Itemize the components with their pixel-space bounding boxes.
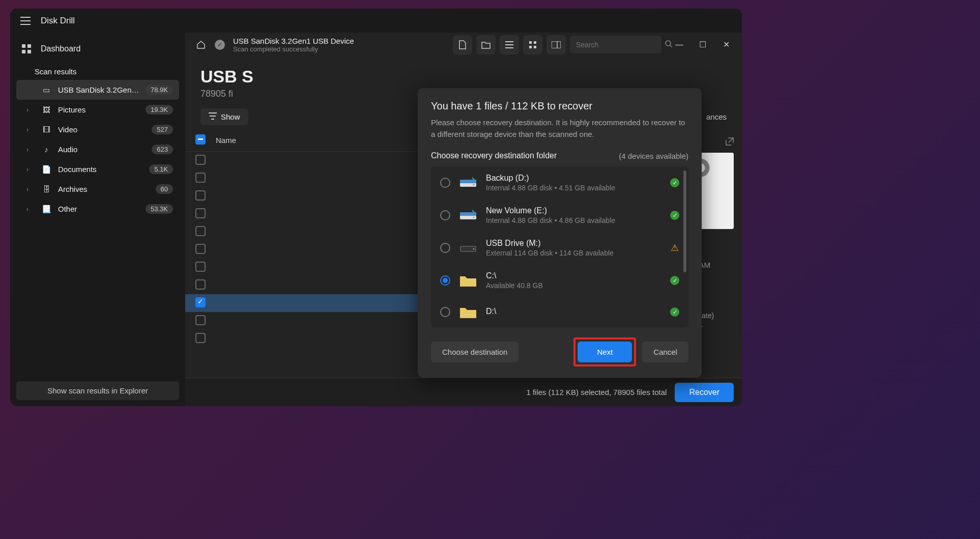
sidebar-item-other[interactable]: › 📃 Other 53.3K xyxy=(16,199,179,219)
audio-icon: ♪ xyxy=(41,145,52,154)
status-ok-icon: ✓ xyxy=(670,178,679,187)
document-icon: 📄 xyxy=(41,165,52,174)
sidebar-item-audio[interactable]: › ♪ Audio 623 xyxy=(16,139,179,159)
file-icon: 📃 xyxy=(41,205,52,214)
chevron-right-icon[interactable]: › xyxy=(26,166,35,173)
sidebar-item-device[interactable]: ▭ USB SanDisk 3.2Gen1… 78.9K xyxy=(16,80,179,100)
destination-name: USB Drive (M:) xyxy=(486,239,662,248)
sidebar-item-archives[interactable]: › 🗄 Archives 60 xyxy=(16,179,179,199)
modal-subhead-label: Choose recovery destination folder xyxy=(431,151,557,160)
sidebar-item-label: Documents xyxy=(58,165,143,174)
destination-info: New Volume (E:) Internal 4.88 GB disk • … xyxy=(486,206,662,224)
svg-rect-25 xyxy=(460,212,476,216)
svg-rect-3 xyxy=(27,50,31,53)
choose-destination-button[interactable]: Choose destination xyxy=(431,342,518,362)
svg-rect-0 xyxy=(22,44,25,48)
destination-list: Backup (D:) Internal 4.88 GB disk • 4.51… xyxy=(431,166,688,327)
sidebar-section-label: Scan results xyxy=(10,61,185,80)
destination-item[interactable]: USB Drive (M:) External 114 GB disk • 11… xyxy=(431,232,688,264)
destination-info: C:\ Available 40.8 GB xyxy=(486,271,662,290)
destination-item[interactable]: C:\ Available 40.8 GB ✓ xyxy=(431,264,688,297)
video-icon: 🎞 xyxy=(41,125,52,134)
sidebar-item-label: USB SanDisk 3.2Gen1… xyxy=(58,86,139,94)
next-button-highlight: Next xyxy=(573,337,636,366)
menu-icon[interactable] xyxy=(14,10,37,32)
sidebar-item-count: 623 xyxy=(152,145,173,154)
destination-detail: Internal 4.88 GB disk • 4.51 GB availabl… xyxy=(486,184,662,192)
destination-radio[interactable] xyxy=(440,307,450,317)
open-explorer-button[interactable]: Show scan results in Explorer xyxy=(16,381,179,400)
drive-ext-icon xyxy=(458,240,478,256)
chevron-right-icon[interactable]: › xyxy=(26,206,35,213)
sidebar-item-documents[interactable]: › 📄 Documents 5.1K xyxy=(16,159,179,179)
destination-detail: External 114 GB disk • 114 GB available xyxy=(486,249,662,257)
destination-info: Backup (D:) Internal 4.88 GB disk • 4.51… xyxy=(486,174,662,192)
sidebar-item-label: Pictures xyxy=(58,105,139,114)
svg-rect-22 xyxy=(460,180,476,183)
devices-available-label: (4 devices available) xyxy=(619,152,688,160)
sidebar-item-count: 527 xyxy=(152,125,173,134)
sidebar-item-pictures[interactable]: › 🖼 Pictures 19.3K xyxy=(16,100,179,120)
svg-point-29 xyxy=(473,248,475,250)
dashboard-icon xyxy=(20,43,33,55)
status-warning-icon: ⚠ xyxy=(670,243,679,252)
sidebar-item-label: Other xyxy=(58,205,139,213)
status-ok-icon: ✓ xyxy=(670,307,679,317)
content-area: ✓ USB SanDisk 3.2Gen1 USB Device Scan co… xyxy=(185,33,742,406)
destination-item[interactable]: D:\ ✓ xyxy=(431,297,688,327)
modal-title: You have 1 files / 112 KB to recover xyxy=(431,100,688,112)
destination-radio[interactable] xyxy=(440,210,450,220)
scrollbar[interactable] xyxy=(683,171,686,272)
drive-icon xyxy=(458,207,478,223)
destination-info: D:\ xyxy=(486,307,662,317)
destination-radio[interactable] xyxy=(440,178,450,188)
destination-item[interactable]: New Volume (E:) Internal 4.88 GB disk • … xyxy=(431,199,688,232)
image-icon: 🖼 xyxy=(41,105,52,114)
app-window: Disk Drill Dashboard Scan results ▭ USB … xyxy=(10,9,742,406)
drive-icon xyxy=(458,175,478,191)
destination-radio[interactable] xyxy=(440,243,450,253)
next-button[interactable]: Next xyxy=(578,342,632,362)
folder-icon xyxy=(458,272,478,289)
destination-name: New Volume (E:) xyxy=(486,206,662,215)
svg-rect-2 xyxy=(22,50,25,53)
modal-description: Please choose recovery destination. It i… xyxy=(431,117,688,140)
chevron-right-icon[interactable]: › xyxy=(26,186,35,193)
chevron-right-icon[interactable]: › xyxy=(26,106,35,114)
chevron-right-icon[interactable]: › xyxy=(26,146,35,153)
destination-name: D:\ xyxy=(486,307,662,316)
usb-icon: ▭ xyxy=(41,86,52,95)
app-title: Disk Drill xyxy=(41,16,75,26)
sidebar-item-dashboard[interactable]: Dashboard xyxy=(10,37,185,61)
titlebar: Disk Drill xyxy=(10,9,742,33)
modal-subhead: Choose recovery destination folder (4 de… xyxy=(431,151,688,160)
destination-item[interactable]: Backup (D:) Internal 4.88 GB disk • 4.51… xyxy=(431,166,688,199)
svg-point-23 xyxy=(473,184,475,186)
sidebar-item-count: 60 xyxy=(156,184,173,194)
sidebar-item-count: 53.3K xyxy=(146,204,173,214)
sidebar-item-count: 78.9K xyxy=(146,85,173,95)
sidebar-item-label: Archives xyxy=(58,185,150,193)
sidebar-item-label: Audio xyxy=(58,145,146,154)
main-area: Dashboard Scan results ▭ USB SanDisk 3.2… xyxy=(10,33,742,406)
sidebar: Dashboard Scan results ▭ USB SanDisk 3.2… xyxy=(10,33,185,406)
archive-icon: 🗄 xyxy=(41,185,52,193)
cancel-button[interactable]: Cancel xyxy=(642,342,688,362)
status-ok-icon: ✓ xyxy=(670,276,679,285)
svg-point-26 xyxy=(473,217,475,218)
destination-info: USB Drive (M:) External 114 GB disk • 11… xyxy=(486,239,662,257)
sidebar-footer: Show scan results in Explorer xyxy=(10,375,185,406)
destination-name: Backup (D:) xyxy=(486,174,662,183)
modal-overlay: You have 1 files / 112 KB to recover Ple… xyxy=(185,33,742,406)
sidebar-item-video[interactable]: › 🎞 Video 527 xyxy=(16,120,179,139)
destination-radio[interactable] xyxy=(440,275,450,286)
destination-detail: Available 40.8 GB xyxy=(486,281,662,290)
svg-rect-1 xyxy=(27,44,31,48)
folder-icon xyxy=(458,304,478,320)
recovery-destination-modal: You have 1 files / 112 KB to recover Ple… xyxy=(418,88,702,378)
destination-detail: Internal 4.88 GB disk • 4.86 GB availabl… xyxy=(486,216,662,224)
chevron-right-icon[interactable]: › xyxy=(26,126,35,133)
dashboard-label: Dashboard xyxy=(41,44,80,53)
sidebar-item-label: Video xyxy=(58,125,146,134)
modal-actions: Choose destination Next Cancel xyxy=(431,337,688,366)
